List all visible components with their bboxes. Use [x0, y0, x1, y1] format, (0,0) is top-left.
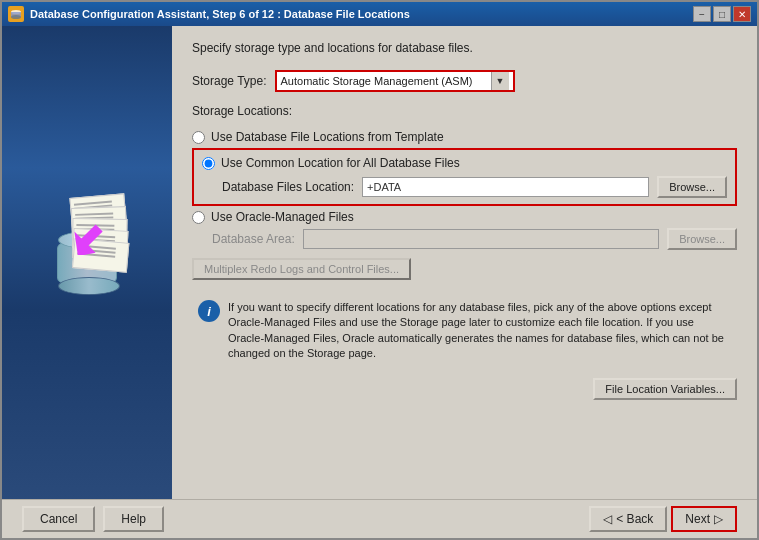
oracle-managed-section: Use Oracle-Managed Files Database Area: …	[192, 210, 737, 250]
common-location-section: Use Common Location for All Database Fil…	[192, 148, 737, 206]
next-label: Next	[685, 512, 710, 526]
multiplex-row: Multiplex Redo Logs and Control Files...	[192, 258, 737, 280]
minimize-button[interactable]: −	[693, 6, 711, 22]
footer-left-buttons: Cancel Help	[22, 506, 164, 532]
storage-type-dropdown[interactable]: Automatic Storage Management (ASM) ▼	[275, 70, 515, 92]
template-option-row: Use Database File Locations from Templat…	[192, 130, 737, 144]
footer-right-buttons: ◁ < Back Next ▷	[589, 506, 737, 532]
description-text: Specify storage type and locations for d…	[192, 41, 737, 55]
dropdown-arrow-icon: ▼	[491, 72, 509, 90]
oracle-managed-radio[interactable]	[192, 211, 205, 224]
db-area-input	[303, 229, 659, 249]
storage-type-value: Automatic Storage Management (ASM)	[281, 75, 491, 87]
content-area: Specify storage type and locations for d…	[2, 26, 757, 499]
close-button[interactable]: ✕	[733, 6, 751, 22]
window-controls: − □ ✕	[693, 6, 751, 22]
common-location-row: Use Common Location for All Database Fil…	[202, 156, 727, 170]
main-window: Database Configuration Assistant, Step 6…	[0, 0, 759, 540]
oracle-managed-label: Use Oracle-Managed Files	[211, 210, 354, 224]
db-illustration	[57, 238, 117, 288]
file-location-vars-button[interactable]: File Location Variables...	[593, 378, 737, 400]
file-location-vars-row: File Location Variables...	[192, 378, 737, 400]
storage-type-label: Storage Type:	[192, 74, 267, 88]
file-location-label: Database Files Location:	[222, 180, 354, 194]
svg-point-2	[11, 15, 21, 19]
arrow-icon	[65, 215, 105, 258]
radio-options: Use Database File Locations from Templat…	[192, 130, 737, 280]
storage-locations-label: Storage Locations:	[192, 104, 737, 118]
oracle-managed-row: Use Oracle-Managed Files	[192, 210, 737, 224]
right-panel: Specify storage type and locations for d…	[172, 26, 757, 499]
info-text: If you want to specify different locatio…	[228, 300, 731, 362]
info-section: i If you want to specify different locat…	[192, 294, 737, 368]
maximize-button[interactable]: □	[713, 6, 731, 22]
back-label: < Back	[616, 512, 653, 526]
db-area-browse-button: Browse...	[667, 228, 737, 250]
file-location-input[interactable]	[362, 177, 649, 197]
multiplex-button[interactable]: Multiplex Redo Logs and Control Files...	[192, 258, 411, 280]
titlebar: Database Configuration Assistant, Step 6…	[2, 2, 757, 26]
footer: Cancel Help ◁ < Back Next ▷	[2, 499, 757, 538]
browse-button[interactable]: Browse...	[657, 176, 727, 198]
back-arrow-icon: ◁	[603, 512, 612, 526]
template-radio[interactable]	[192, 131, 205, 144]
file-location-row: Database Files Location: Browse...	[202, 176, 727, 198]
next-arrow-icon: ▷	[714, 512, 723, 526]
illustration-panel	[2, 26, 172, 499]
window-title: Database Configuration Assistant, Step 6…	[30, 8, 693, 20]
common-location-label: Use Common Location for All Database Fil…	[221, 156, 460, 170]
svg-marker-3	[65, 217, 105, 255]
app-icon	[8, 6, 24, 22]
db-area-row: Database Area: Browse...	[192, 228, 737, 250]
back-button[interactable]: ◁ < Back	[589, 506, 667, 532]
common-location-radio[interactable]	[202, 157, 215, 170]
next-button[interactable]: Next ▷	[671, 506, 737, 532]
db-area-label: Database Area:	[212, 232, 295, 246]
help-button[interactable]: Help	[103, 506, 164, 532]
cancel-button[interactable]: Cancel	[22, 506, 95, 532]
storage-type-row: Storage Type: Automatic Storage Manageme…	[192, 70, 737, 92]
info-icon: i	[198, 300, 220, 322]
template-option-label: Use Database File Locations from Templat…	[211, 130, 444, 144]
